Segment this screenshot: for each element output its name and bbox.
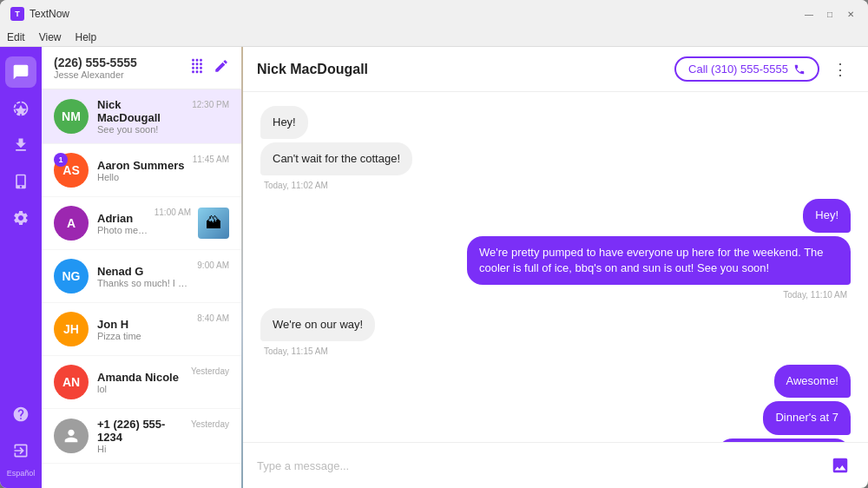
avatar-amanda: AN [54, 365, 89, 399]
message-cottage: Can't wait for the cottage! [260, 142, 412, 175]
language-label: Español [7, 469, 36, 478]
timestamp-m4: Today, 11:10 AM [264, 290, 847, 300]
contact-panel: (226) 555-5555 Jesse Alexander [42, 47, 241, 488]
message-dinner: Dinner's at 7 [763, 401, 851, 434]
contact-name-amanda: Amanda Nicole [97, 371, 186, 384]
contact-item-nick[interactable]: NM Nick MacDougall See you soon! 12:30 P… [42, 89, 241, 144]
contact-info-nick: Nick MacDougall See you soon! [97, 98, 187, 135]
contact-item-amanda[interactable]: AN Amanda Nicole lol Yesterday [42, 356, 241, 409]
user-info: (226) 555-5555 Jesse Alexander [54, 56, 137, 80]
contact-info-aaron: Aaron Summers Hello [97, 159, 187, 182]
photo-thumb-adrian: 🏔 [198, 208, 229, 239]
contact-info-unknown: +1 (226) 555-1234 Hi [97, 418, 186, 454]
contact-preview-unknown: Hi [97, 444, 186, 454]
nav-phone[interactable] [5, 166, 36, 197]
contact-item-aaron[interactable]: 1 AS Aaron Summers Hello 11:45 AM [42, 144, 241, 197]
contact-time-amanda: Yesterday [191, 366, 229, 376]
more-options-button[interactable]: ⋮ [826, 56, 854, 83]
maximize-button[interactable]: □ [823, 7, 837, 21]
contact-item-unknown[interactable]: +1 (226) 555-1234 Hi Yesterday [42, 409, 241, 464]
chat-contact-name: Nick MacDougall [257, 62, 674, 77]
menu-bar: Edit View Help [0, 28, 868, 47]
contact-info-nenad: Nenad G Thanks so much! I hope you... [97, 265, 192, 288]
avatar-nenad: NG [54, 259, 89, 293]
contact-info-jon: Jon H Pizza time [97, 318, 192, 341]
contact-name-nick: Nick MacDougall [97, 98, 187, 124]
message-hey-sent: Hey! [803, 199, 851, 232]
message-onway: We're on our way! [260, 308, 375, 341]
contact-item-jon[interactable]: JH Jon H Pizza time 8:40 AM [42, 303, 241, 356]
badge-aaron: 1 [54, 153, 68, 167]
contact-list: NM Nick MacDougall See you soon! 12:30 P… [42, 89, 241, 488]
contact-header: (226) 555-5555 Jesse Alexander [42, 47, 241, 89]
call-button[interactable]: Call (310) 555-5555 [674, 56, 819, 82]
contact-item-nenad[interactable]: NG Nenad G Thanks so much! I hope you...… [42, 250, 241, 303]
close-button[interactable]: ✕ [844, 7, 858, 21]
avatar-jon: JH [54, 312, 89, 346]
menu-help[interactable]: Help [75, 31, 96, 43]
timestamp-m2: Today, 11:02 AM [264, 181, 847, 190]
contact-time-nenad: 9:00 AM [197, 260, 229, 270]
app-body: Español (226) 555-5555 Jesse Alexander [0, 47, 868, 488]
contact-time-jon: 8:40 AM [197, 313, 229, 323]
contact-name-adrian: Adrian [97, 212, 149, 225]
contact-preview-amanda: lol [97, 384, 186, 394]
avatar-aaron: 1 AS [54, 153, 89, 188]
chat-header: Nick MacDougall Call (310) 555-5555 ⋮ [243, 47, 868, 92]
message-input[interactable] [257, 459, 826, 472]
contact-info-amanda: Amanda Nicole lol [97, 371, 186, 394]
contact-time-aaron: 11:45 AM [193, 155, 229, 164]
contact-preview-nick: See you soon! [97, 124, 187, 135]
contact-time-nick: 12:30 PM [192, 100, 229, 109]
contact-item-adrian[interactable]: A Adrian Photo message 11:00 AM 🏔 [42, 197, 241, 250]
contact-preview-nenad: Thanks so much! I hope you... [97, 278, 192, 288]
contact-preview-adrian: Photo message [97, 225, 149, 235]
app-window: T TextNow — □ ✕ Edit View Help [0, 0, 868, 488]
message-pumped: We're pretty pumped to have everyone up … [467, 236, 851, 285]
sidebar-nav: Español [0, 47, 42, 488]
contact-preview-jon: Pizza time [97, 331, 192, 341]
window-controls: — □ ✕ [802, 7, 858, 21]
timestamp-m5: Today, 11:15 AM [264, 346, 847, 356]
call-label: Call (310) 555-5555 [688, 63, 788, 76]
chat-input-area [243, 442, 868, 488]
user-phone: (226) 555-5555 [54, 56, 137, 69]
user-name: Jesse Alexander [54, 69, 137, 80]
contact-name-aaron: Aaron Summers [97, 159, 187, 172]
compose-icon[interactable] [214, 58, 229, 77]
contact-name-unknown: +1 (226) 555-1234 [97, 418, 186, 444]
minimize-button[interactable]: — [802, 7, 816, 21]
nav-download[interactable] [5, 129, 36, 161]
chat-panel: Nick MacDougall Call (310) 555-5555 ⋮ He… [243, 47, 868, 488]
contact-time-adrian: 11:00 AM [155, 208, 191, 217]
chat-messages: Hey! Can't wait for the cottage! Today, … [243, 92, 868, 442]
avatar-unknown [54, 419, 89, 453]
title-bar: T TextNow — □ ✕ [0, 0, 868, 28]
header-action-icons [189, 58, 229, 77]
avatar-nick: NM [54, 99, 89, 134]
contact-info-adrian: Adrian Photo message [97, 212, 149, 235]
app-icon: T [10, 7, 24, 21]
dialpad-icon[interactable] [189, 58, 205, 77]
menu-view[interactable]: View [39, 31, 62, 43]
nav-activity[interactable] [5, 93, 36, 124]
avatar-adrian: A [54, 206, 89, 241]
contact-name-jon: Jon H [97, 318, 192, 331]
contact-preview-aaron: Hello [97, 172, 187, 182]
nav-help[interactable] [5, 399, 36, 430]
message-awesome: Awesome! [774, 365, 851, 398]
nav-settings[interactable] [5, 202, 36, 234]
app-title: TextNow [30, 8, 802, 20]
message-hey-received: Hey! [260, 106, 308, 139]
nav-logout[interactable] [5, 435, 36, 466]
menu-edit[interactable]: Edit [7, 31, 25, 43]
media-attach-button[interactable] [826, 452, 854, 479]
nav-messages[interactable] [5, 56, 36, 88]
contact-time-unknown: Yesterday [191, 419, 229, 429]
contact-name-nenad: Nenad G [97, 265, 192, 278]
